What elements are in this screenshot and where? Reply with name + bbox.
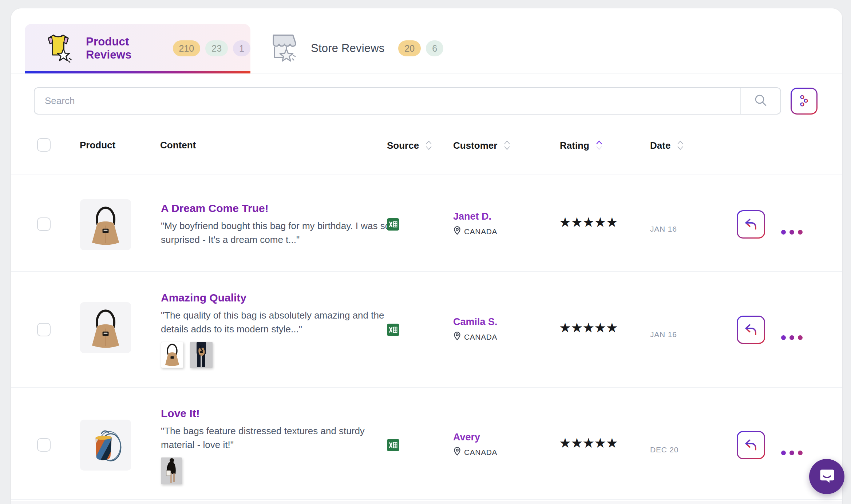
column-header-product: Product bbox=[80, 140, 115, 151]
location-pin-icon bbox=[453, 331, 461, 343]
review-title-link[interactable]: Love It! bbox=[161, 407, 394, 420]
row-checkbox[interactable] bbox=[37, 323, 51, 336]
ellipsis-dot bbox=[789, 335, 794, 340]
reply-arrow-icon bbox=[743, 437, 759, 453]
column-header-content: Content bbox=[160, 140, 196, 151]
badge-pending-count: 23 bbox=[205, 40, 228, 56]
tab-bar: Product Reviews 210 23 1 Store Reviews 2… bbox=[11, 24, 842, 73]
table-row: Amazing Quality "The quality of this bag… bbox=[11, 272, 842, 388]
customer-location: CANADA bbox=[464, 227, 497, 236]
search-bar bbox=[34, 87, 781, 115]
tab-product-reviews-label: Product Reviews bbox=[86, 35, 158, 61]
table-header: Product Content Source Customer bbox=[11, 114, 842, 175]
tab-product-reviews[interactable]: Product Reviews 210 23 1 bbox=[25, 24, 250, 73]
search-input[interactable] bbox=[35, 88, 740, 114]
reviews-panel: Product Reviews 210 23 1 Store Reviews 2… bbox=[11, 8, 842, 504]
location-pin-icon bbox=[453, 447, 461, 458]
tab-store-reviews-label: Store Reviews bbox=[311, 42, 384, 55]
review-title-link[interactable]: A Dream Come True! bbox=[161, 202, 394, 215]
rating-stars: ★★★★★ bbox=[559, 215, 618, 230]
product-image-beige-hobo-bag[interactable] bbox=[80, 199, 131, 250]
customer-location: CANADA bbox=[464, 333, 497, 341]
store-review-badges: 20 6 bbox=[398, 40, 443, 56]
customer-name-link[interactable]: Camila S. bbox=[453, 316, 498, 328]
badge-published-count: 20 bbox=[398, 40, 421, 56]
ellipsis-dot bbox=[781, 335, 786, 340]
sort-customer-button[interactable] bbox=[503, 140, 511, 151]
ellipsis-dot bbox=[789, 230, 794, 235]
customer-cell: Janet D. CANADA bbox=[453, 211, 497, 237]
review-content-cell: Love It! "The bags feature distressed te… bbox=[161, 407, 394, 484]
review-photo-thumbnails bbox=[161, 457, 394, 484]
review-body-text: "My boyfriend bought this bag for my bir… bbox=[161, 219, 394, 247]
table-row: A Dream Come True! "My boyfriend bought … bbox=[11, 176, 842, 272]
customer-name-link[interactable]: Avery bbox=[453, 432, 497, 443]
reply-arrow-icon bbox=[743, 322, 759, 338]
customer-location: CANADA bbox=[464, 448, 497, 457]
ellipsis-dot bbox=[798, 230, 803, 235]
more-actions-button[interactable] bbox=[781, 230, 803, 235]
search-button[interactable] bbox=[740, 88, 780, 114]
review-content-cell: Amazing Quality "The quality of this bag… bbox=[161, 292, 394, 368]
review-list: A Dream Come True! "My boyfriend bought … bbox=[11, 176, 842, 500]
column-header-date: Date bbox=[650, 140, 684, 151]
ellipsis-dot bbox=[781, 451, 786, 455]
tab-store-reviews[interactable]: Store Reviews 20 6 bbox=[251, 24, 448, 73]
rating-stars: ★★★★★ bbox=[559, 320, 618, 336]
review-title-link[interactable]: Amazing Quality bbox=[161, 292, 394, 304]
review-body-text: "The bags feature distressed textures an… bbox=[161, 424, 394, 452]
ellipsis-dot bbox=[798, 451, 803, 455]
sort-rating-button-active-asc[interactable] bbox=[595, 140, 603, 151]
chat-launcher-button[interactable] bbox=[809, 459, 844, 494]
column-header-source: Source bbox=[387, 140, 433, 151]
reply-button[interactable] bbox=[737, 210, 765, 239]
excel-file-icon bbox=[387, 439, 399, 453]
badge-published-count: 210 bbox=[173, 40, 201, 56]
reply-arrow-icon bbox=[743, 216, 759, 233]
product-image-beige-hobo-bag[interactable] bbox=[80, 302, 131, 353]
filter-sliders-icon bbox=[797, 93, 811, 109]
column-header-rating: Rating bbox=[560, 140, 603, 151]
more-actions-button[interactable] bbox=[781, 335, 803, 340]
row-checkbox[interactable] bbox=[37, 217, 51, 231]
row-checkbox[interactable] bbox=[37, 438, 51, 452]
ellipsis-dot bbox=[798, 335, 803, 340]
chat-bubble-icon bbox=[818, 467, 836, 487]
review-content-cell: A Dream Come True! "My boyfriend bought … bbox=[161, 202, 394, 247]
customer-cell: Camila S. CANADA bbox=[453, 316, 498, 343]
table-row: Love It! "The bags feature distressed te… bbox=[11, 388, 842, 500]
review-date: JAN 16 bbox=[650, 225, 677, 233]
excel-file-icon bbox=[387, 218, 399, 232]
more-actions-button[interactable] bbox=[781, 451, 803, 455]
excel-file-icon bbox=[387, 324, 399, 337]
rating-stars: ★★★★★ bbox=[559, 435, 618, 451]
customer-cell: Avery CANADA bbox=[453, 432, 497, 458]
review-date: JAN 16 bbox=[650, 330, 677, 339]
ellipsis-dot bbox=[781, 230, 786, 235]
search-icon bbox=[753, 93, 768, 109]
storefront-star-icon bbox=[268, 33, 298, 64]
product-image-multicolor-striped-bucket-bag[interactable] bbox=[80, 420, 131, 471]
filter-button[interactable] bbox=[791, 88, 818, 115]
location-pin-icon bbox=[453, 226, 461, 237]
review-photo-beige-bag[interactable] bbox=[161, 342, 183, 368]
review-photo-model-black-dress[interactable] bbox=[161, 457, 182, 484]
reply-button[interactable] bbox=[737, 316, 765, 344]
sort-source-button[interactable] bbox=[425, 140, 433, 151]
sort-date-button[interactable] bbox=[676, 140, 684, 151]
product-review-badges: 210 23 1 bbox=[173, 40, 250, 56]
reply-button[interactable] bbox=[737, 431, 765, 459]
review-photo-thumbnails bbox=[161, 342, 394, 368]
review-photo-model-with-bag[interactable] bbox=[190, 342, 213, 368]
customer-name-link[interactable]: Janet D. bbox=[453, 211, 497, 222]
badge-hidden-count: 1 bbox=[233, 40, 250, 56]
badge-pending-count: 6 bbox=[426, 40, 443, 56]
select-all-checkbox[interactable] bbox=[37, 138, 51, 152]
ellipsis-dot bbox=[789, 451, 794, 455]
column-header-customer: Customer bbox=[453, 140, 511, 151]
review-body-text: "The quality of this bag is absolutely a… bbox=[161, 308, 394, 336]
tshirt-star-icon bbox=[44, 32, 72, 65]
review-date: DEC 20 bbox=[650, 445, 678, 454]
next-row-divider bbox=[11, 501, 842, 504]
